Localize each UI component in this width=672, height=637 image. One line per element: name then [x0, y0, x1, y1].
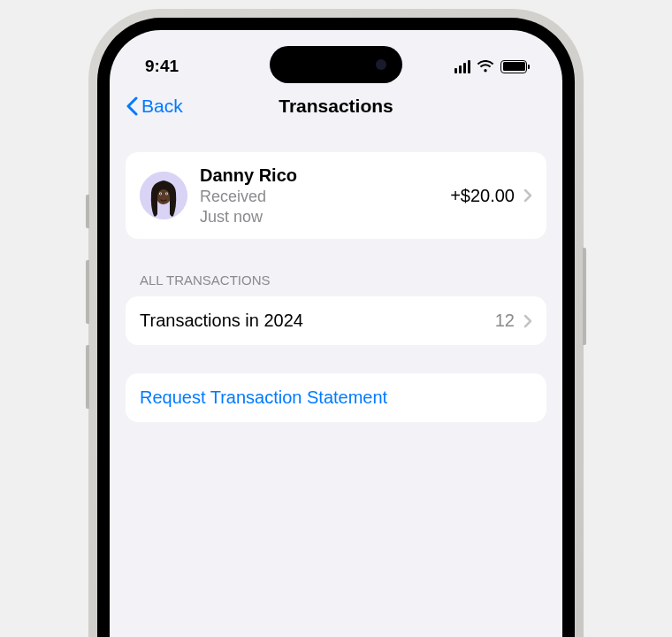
request-statement-label: Request Transaction Statement — [140, 388, 387, 408]
svg-point-5 — [166, 193, 167, 194]
request-statement-button[interactable]: Request Transaction Statement — [126, 373, 546, 422]
transaction-amount: +$20.00 — [450, 186, 515, 206]
year-transactions-row[interactable]: Transactions in 2024 12 — [126, 296, 546, 345]
page-title: Transactions — [279, 96, 393, 117]
year-label: Transactions in 2024 — [140, 311, 303, 331]
side-buttons-left — [86, 195, 89, 430]
battery-icon — [500, 60, 527, 73]
side-button-right — [583, 248, 586, 345]
status-indicators — [454, 60, 528, 73]
section-header-all: ALL TRANSACTIONS — [126, 246, 546, 296]
nav-bar: Back Transactions — [110, 85, 562, 131]
transaction-row[interactable]: Danny Rico Received Just now +$20.00 — [126, 152, 546, 239]
chevron-right-icon — [523, 188, 532, 203]
svg-point-4 — [160, 193, 161, 194]
back-label: Back — [141, 96, 183, 117]
status-time: 9:41 — [145, 57, 179, 76]
avatar — [140, 172, 187, 219]
back-button[interactable]: Back — [126, 96, 183, 117]
transaction-info: Danny Rico Received Just now — [200, 165, 438, 226]
dynamic-island — [270, 46, 402, 83]
transaction-time: Just now — [200, 207, 438, 227]
year-transactions-card: Transactions in 2024 12 — [126, 296, 546, 345]
wifi-icon — [477, 60, 494, 73]
chevron-right-icon — [523, 314, 532, 328]
device-frame: 9:41 Back Trans — [88, 9, 584, 637]
chevron-left-icon — [126, 96, 138, 116]
latest-transaction-card: Danny Rico Received Just now +$20.00 — [126, 152, 546, 239]
request-statement-card: Request Transaction Statement — [126, 373, 546, 422]
transaction-name: Danny Rico — [200, 165, 438, 187]
transaction-status: Received — [200, 187, 438, 207]
cellular-signal-icon — [454, 60, 471, 73]
year-count: 12 — [495, 311, 515, 331]
